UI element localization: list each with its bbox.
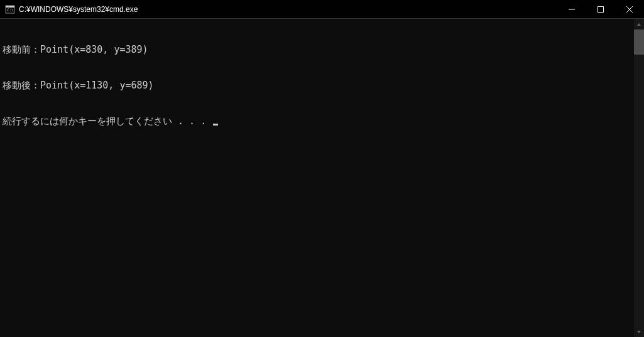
maximize-button[interactable] xyxy=(586,0,615,19)
cursor xyxy=(213,124,218,126)
console-area[interactable]: 移動前：Point(x=830, y=389) 移動後：Point(x=1130… xyxy=(0,19,644,337)
svg-marker-7 xyxy=(637,23,641,26)
cmd-icon: C:\ xyxy=(5,4,15,14)
scroll-up-button[interactable] xyxy=(634,19,644,29)
window-title: C:¥WINDOWS¥system32¥cmd.exe xyxy=(19,5,557,14)
prompt-text: 続行するには何かキーを押してください . . . xyxy=(3,115,212,127)
window-titlebar: C:\ C:¥WINDOWS¥system32¥cmd.exe xyxy=(0,0,644,19)
output-line: 移動前：Point(x=830, y=389) xyxy=(3,44,641,56)
vertical-scrollbar[interactable] xyxy=(634,19,644,337)
output-line: 移動後：Point(x=1130, y=689) xyxy=(3,80,641,92)
minimize-button[interactable] xyxy=(557,0,586,19)
console-output: 移動前：Point(x=830, y=389) 移動後：Point(x=1130… xyxy=(0,19,644,152)
svg-marker-8 xyxy=(637,331,641,333)
svg-rect-4 xyxy=(598,7,604,13)
scroll-thumb[interactable] xyxy=(634,29,644,55)
scroll-down-button[interactable] xyxy=(634,326,644,337)
window-controls xyxy=(557,0,644,18)
close-button[interactable] xyxy=(615,0,644,19)
output-line: 続行するには何かキーを押してください . . . xyxy=(3,115,641,127)
svg-text:C:\: C:\ xyxy=(7,8,14,12)
